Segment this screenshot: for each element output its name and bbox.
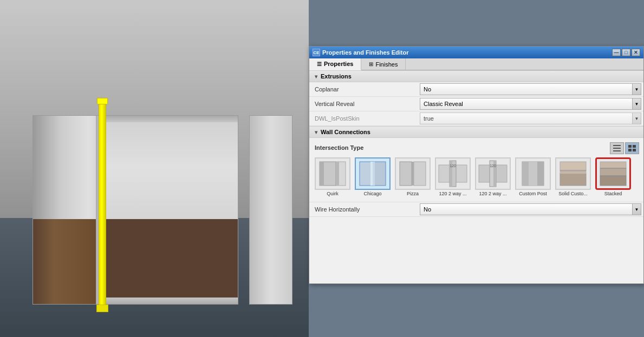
- intersection-quirk-label: Quirk: [327, 191, 339, 196]
- extrusions-section-header: ▾ Extrusions: [309, 70, 643, 82]
- intersection-chicago-thumb: [355, 157, 391, 190]
- intersection-pizza[interactable]: Pizza: [394, 156, 432, 197]
- wire-horizontally-value: No ▼: [418, 202, 643, 216]
- vertical-reveal-label: Vertical Reveal: [309, 98, 418, 109]
- intersection-type-section: Intersection Type: [309, 138, 643, 202]
- tab-finishes[interactable]: ⊞ Finishes: [361, 58, 406, 70]
- svg-rect-34: [560, 162, 586, 171]
- intersection-pizza-label: Pizza: [407, 191, 419, 196]
- wire-horizontally-label: Wire Horizontally: [309, 204, 418, 215]
- dwl-ispostskin-value: true ▼: [418, 111, 643, 125]
- svg-text:120: 120: [450, 164, 456, 168]
- intersection-120-2way-2-label: 120 2 way ...: [479, 191, 506, 196]
- svg-rect-10: [336, 162, 339, 186]
- tab-finishes-label: Finishes: [375, 61, 398, 68]
- intersection-120-2way-1-label: 120 2 way ...: [439, 191, 466, 196]
- svg-rect-36: [600, 176, 626, 186]
- svg-rect-5: [628, 149, 632, 151]
- intersection-120-2way-1-thumb: 120: [435, 157, 471, 190]
- svg-rect-6: [633, 149, 636, 151]
- svg-rect-2: [613, 150, 621, 151]
- svg-rect-32: [560, 173, 586, 186]
- intersection-stacked-thumb: [595, 157, 631, 190]
- vertical-reveal-dropdown-value: Classic Reveal: [424, 101, 463, 107]
- dwl-ispostskin-label: DWL_IsPostSkin: [309, 113, 418, 124]
- intersection-chicago-label: Chicago: [363, 191, 381, 196]
- intersection-120-2way-2[interactable]: 120 120 2 way ...: [474, 156, 512, 197]
- intersection-custom-post[interactable]: Custom Post: [514, 156, 552, 197]
- svg-rect-9: [320, 162, 324, 186]
- coplanar-label: Coplanar: [309, 84, 418, 95]
- intersection-solid-custo-thumb: [555, 157, 591, 190]
- svg-rect-38: [600, 162, 626, 168]
- svg-rect-30: [537, 162, 544, 186]
- svg-marker-14: [373, 162, 375, 186]
- tab-properties[interactable]: ☰ Properties: [309, 58, 361, 70]
- intersection-120-2way-2-thumb: 120: [475, 157, 511, 190]
- tab-bar: ☰ Properties ⊞ Finishes: [309, 58, 643, 70]
- coplanar-value: No ▼: [418, 82, 643, 96]
- extrusions-collapse-icon[interactable]: ▾: [315, 74, 317, 80]
- wall-connections-collapse-icon[interactable]: ▾: [315, 129, 317, 135]
- grid-view-icon[interactable]: [625, 142, 639, 154]
- svg-rect-3: [628, 145, 632, 148]
- intersection-custom-post-label: Custom Post: [519, 191, 547, 196]
- dwl-ispostskin-dropdown[interactable]: true ▼: [420, 113, 641, 124]
- svg-rect-4: [633, 145, 636, 148]
- properties-panel: CE Properties and Finishes Editor — □ ✕ …: [309, 46, 644, 284]
- intersection-chicago[interactable]: Chicago: [354, 156, 392, 197]
- intersection-120-2way-1[interactable]: 120 120 2 way ...: [434, 156, 472, 197]
- wall-panel-left: [32, 115, 103, 305]
- window-controls: — □ ✕: [612, 49, 640, 56]
- svg-rect-37: [600, 168, 626, 176]
- svg-rect-15: [400, 162, 412, 186]
- intersection-type-label: Intersection Type: [314, 144, 365, 151]
- vertical-reveal-row: Vertical Reveal Classic Reveal ▼: [309, 97, 643, 111]
- 3d-viewport: [0, 0, 309, 337]
- dwl-ispostskin-row: DWL_IsPostSkin true ▼: [309, 111, 643, 126]
- intersection-stacked-label: Stacked: [604, 191, 622, 196]
- minimize-button[interactable]: —: [612, 49, 621, 56]
- wall-connections-section-header: ▾ Wall Connections: [309, 126, 643, 138]
- wall-panel-right: [249, 115, 292, 305]
- finishes-tab-icon: ⊞: [369, 61, 373, 67]
- vertical-reveal-value: Classic Reveal ▼: [418, 97, 643, 111]
- properties-tab-icon: ☰: [317, 61, 322, 67]
- wall-connections-label: Wall Connections: [321, 129, 370, 135]
- intersection-stacked[interactable]: Stacked: [594, 156, 632, 197]
- panel-icon: CE: [313, 49, 320, 56]
- intersection-solid-custo[interactable]: Solid Custo...: [554, 156, 592, 197]
- title-bar: CE Properties and Finishes Editor — □ ✕: [309, 47, 643, 58]
- coplanar-dropdown-arrow: ▼: [632, 84, 641, 95]
- vertical-reveal-dropdown-arrow: ▼: [632, 98, 641, 109]
- coplanar-row: Coplanar No ▼: [309, 82, 643, 97]
- wire-horizontally-dropdown-value: No: [424, 206, 431, 213]
- dwl-ispostskin-dropdown-arrow: ▼: [632, 113, 641, 124]
- tab-properties-label: Properties: [324, 61, 353, 67]
- svg-rect-31: [529, 162, 537, 186]
- intersection-quirk[interactable]: Quirk: [314, 156, 352, 197]
- list-view-icon[interactable]: [610, 142, 624, 154]
- svg-rect-0: [613, 145, 621, 146]
- close-button[interactable]: ✕: [632, 49, 640, 56]
- svg-rect-16: [414, 162, 426, 186]
- intersection-custom-post-thumb: [515, 157, 551, 190]
- wire-horizontally-dropdown-arrow: ▼: [632, 204, 641, 215]
- maximize-button[interactable]: □: [622, 49, 630, 56]
- vertical-reveal-dropdown[interactable]: Classic Reveal ▼: [420, 98, 641, 110]
- intersection-pizza-thumb: [395, 157, 431, 190]
- svg-rect-29: [522, 162, 529, 186]
- intersection-solid-custo-label: Solid Custo...: [558, 191, 588, 196]
- panel-content: ▾ Extrusions Coplanar No ▼ Vertical Reve…: [309, 70, 643, 283]
- wall-panel-front: [103, 115, 238, 305]
- wire-horizontally-dropdown[interactable]: No ▼: [420, 203, 641, 215]
- svg-text:120: 120: [490, 164, 496, 168]
- svg-rect-1: [613, 148, 621, 149]
- intersection-grid: Quirk Chicago: [314, 156, 639, 197]
- yellow-post: [99, 102, 106, 307]
- dwl-ispostskin-dropdown-value: true: [424, 115, 434, 122]
- coplanar-dropdown[interactable]: No ▼: [420, 83, 641, 95]
- wire-horizontally-row: Wire Horizontally No ▼: [309, 202, 643, 217]
- extrusions-label: Extrusions: [321, 73, 352, 80]
- coplanar-dropdown-value: No: [424, 86, 431, 92]
